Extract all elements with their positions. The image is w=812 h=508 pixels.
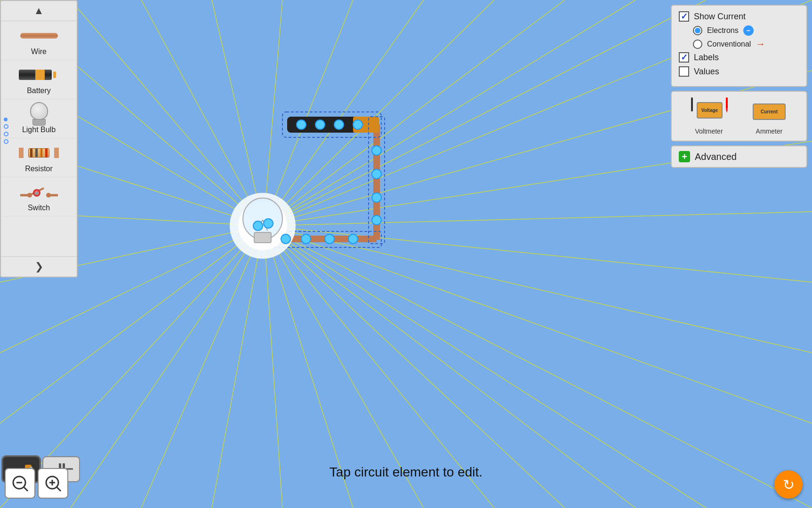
sidebar-item-switch[interactable]: Switch xyxy=(1,177,77,216)
svg-line-27 xyxy=(141,226,264,508)
svg-rect-47 xyxy=(254,232,271,243)
battery-icon xyxy=(19,64,59,85)
ammeter-display-text: Current xyxy=(761,109,778,114)
values-checkbox[interactable] xyxy=(679,66,689,77)
svg-line-3 xyxy=(212,0,264,226)
zoom-in-btn[interactable] xyxy=(38,468,68,499)
sidebar-item-resistor[interactable]: Resistor xyxy=(1,138,77,177)
svg-line-8 xyxy=(264,0,565,226)
svg-point-51 xyxy=(353,120,362,129)
voltmeter-graphic: Voltage xyxy=(690,97,728,126)
svg-point-54 xyxy=(372,193,381,202)
svg-rect-42 xyxy=(369,117,385,244)
sidebar-item-battery[interactable]: Battery xyxy=(1,60,77,99)
svg-line-2 xyxy=(141,0,264,226)
ammeter-graphic: Current xyxy=(750,97,788,126)
electrons-label: Electrons xyxy=(707,26,739,35)
svg-line-14 xyxy=(264,212,812,226)
svg-rect-43 xyxy=(273,231,381,247)
voltmeter-label: Voltmeter xyxy=(695,127,723,135)
svg-line-15 xyxy=(264,226,812,282)
ammeter-label: Ammeter xyxy=(756,127,783,135)
wire-icon xyxy=(20,25,58,46)
status-message: Tap circuit element to edit. xyxy=(330,465,482,480)
svg-point-57 xyxy=(325,234,334,244)
svg-line-17 xyxy=(264,226,812,423)
meters-panel: Voltage Voltmeter Current Ammeter xyxy=(671,91,807,142)
resistor-label: Resistor xyxy=(25,165,53,173)
dot-4 xyxy=(4,139,8,144)
svg-point-49 xyxy=(315,120,325,129)
svg-point-56 xyxy=(348,234,358,244)
svg-line-10 xyxy=(264,0,706,226)
svg-line-16 xyxy=(264,226,812,353)
controls-panel: ✓ Show Current Electrons − Conventional … xyxy=(671,5,807,87)
electron-icon: − xyxy=(743,25,754,36)
component-sidebar: ▲ Wire Battery Light Bulb xyxy=(0,0,78,278)
resistor-icon xyxy=(19,142,59,163)
svg-line-1 xyxy=(71,0,264,226)
switch-label: Switch xyxy=(28,204,50,212)
svg-line-83 xyxy=(57,487,61,491)
svg-point-58 xyxy=(301,234,311,244)
electrons-radio[interactable] xyxy=(693,26,702,35)
svg-point-53 xyxy=(372,169,381,179)
svg-line-79 xyxy=(24,487,28,491)
dot-3 xyxy=(4,132,8,136)
svg-line-5 xyxy=(264,0,353,226)
svg-point-46 xyxy=(243,198,282,239)
sidebar-item-wire[interactable]: Wire xyxy=(1,21,77,60)
refresh-icon: ↻ xyxy=(783,476,795,493)
labels-label: Labels xyxy=(694,53,719,63)
svg-line-26 xyxy=(212,226,264,508)
show-current-check-mark: ✓ xyxy=(681,11,688,22)
labels-check-mark: ✓ xyxy=(681,52,688,63)
svg-point-55 xyxy=(372,215,381,225)
svg-rect-39 xyxy=(287,117,367,133)
electrons-radio-dot xyxy=(695,28,700,33)
svg-point-52 xyxy=(372,146,381,155)
voltmeter-item[interactable]: Voltage Voltmeter xyxy=(690,97,728,135)
light-bulb-label: Light Bulb xyxy=(22,126,56,134)
sidebar-scroll-up[interactable]: ▲ xyxy=(1,1,77,21)
values-row: Values xyxy=(679,66,799,77)
svg-point-44 xyxy=(230,193,296,259)
switch-icon xyxy=(18,181,60,202)
svg-line-25 xyxy=(264,226,282,508)
advanced-panel[interactable]: + Advanced xyxy=(671,145,807,168)
conventional-row: Conventional → xyxy=(693,39,799,49)
electrons-row: Electrons − xyxy=(693,25,799,36)
svg-rect-40 xyxy=(353,117,379,133)
advanced-plus-icon: + xyxy=(679,151,690,162)
conventional-arrow-icon: → xyxy=(756,39,765,49)
show-current-checkbox[interactable]: ✓ xyxy=(679,11,689,22)
dots-indicator xyxy=(4,118,8,144)
zoom-controls xyxy=(5,468,68,499)
sidebar-item-light-bulb[interactable]: Light Bulb xyxy=(1,99,77,138)
refresh-button[interactable]: ↻ xyxy=(774,470,803,499)
svg-point-59 xyxy=(281,234,290,244)
svg-line-7 xyxy=(264,0,494,226)
zoom-out-btn[interactable] xyxy=(5,468,35,499)
svg-point-48 xyxy=(297,120,306,129)
svg-rect-69 xyxy=(35,192,39,195)
wire-label: Wire xyxy=(31,48,47,56)
svg-line-28 xyxy=(71,226,264,508)
conventional-radio[interactable] xyxy=(693,40,702,49)
svg-point-61 xyxy=(264,219,273,228)
show-current-label: Show Current xyxy=(694,12,746,22)
svg-line-4 xyxy=(264,0,282,226)
sidebar-scroll-down[interactable]: ❯ xyxy=(1,256,77,277)
advanced-label: Advanced xyxy=(695,151,737,162)
labels-row: ✓ Labels xyxy=(679,52,799,63)
dot-1 xyxy=(4,118,8,121)
svg-point-50 xyxy=(334,120,344,129)
svg-point-60 xyxy=(253,221,263,230)
ammeter-item[interactable]: Current Ammeter xyxy=(750,97,788,135)
voltmeter-display-text: Voltage xyxy=(701,108,718,113)
light-bulb-icon xyxy=(30,103,48,124)
svg-line-6 xyxy=(264,0,424,226)
svg-line-9 xyxy=(264,0,635,226)
values-label: Values xyxy=(694,67,719,77)
labels-checkbox[interactable]: ✓ xyxy=(679,52,689,63)
